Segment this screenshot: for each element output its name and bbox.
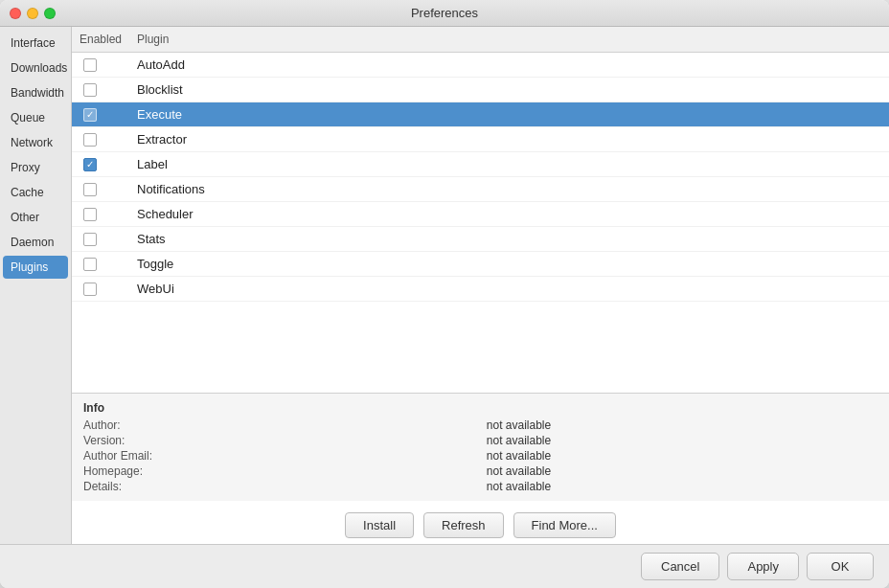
info-panel: Info Author:not availableVersion:not ava… — [72, 393, 889, 501]
plugin-rows-container: AutoAddBlocklistExecuteExtractorLabelNot… — [72, 53, 889, 302]
plugin-name: Label — [137, 157, 168, 171]
info-field-label: Version: — [83, 434, 479, 447]
minimize-button[interactable] — [27, 8, 38, 19]
ok-button[interactable]: OK — [807, 553, 874, 580]
checkbox-webui[interactable] — [83, 283, 97, 296]
info-field-value: not available — [487, 418, 878, 432]
info-field-label: Author: — [83, 418, 479, 432]
main-content: InterfaceDownloadsBandwidthQueueNetworkP… — [0, 27, 889, 544]
install-button[interactable]: Install — [345, 512, 414, 538]
find-more-button[interactable]: Find More... — [513, 512, 616, 538]
plugin-table: Enabled Plugin AutoAddBlocklistExecuteEx… — [72, 27, 889, 393]
table-row[interactable]: AutoAdd — [72, 53, 889, 78]
cancel-button[interactable]: Cancel — [641, 553, 719, 580]
checkbox-blocklist[interactable] — [83, 83, 97, 97]
info-field-value: not available — [487, 480, 878, 493]
close-button[interactable] — [10, 8, 21, 19]
plugin-name: Notifications — [137, 182, 205, 196]
table-row[interactable]: Extractor — [72, 127, 889, 152]
preferences-window: Preferences InterfaceDownloadsBandwidthQ… — [0, 0, 889, 588]
table-row[interactable]: Toggle — [72, 252, 889, 277]
plugin-name: WebUi — [137, 282, 174, 296]
maximize-button[interactable] — [44, 8, 56, 19]
sidebar-item-queue[interactable]: Queue — [3, 106, 68, 129]
sidebar-item-proxy[interactable]: Proxy — [3, 156, 68, 179]
sidebar-item-network[interactable]: Network — [3, 131, 68, 154]
plugin-name: Blocklist — [137, 82, 183, 97]
checkbox-stats[interactable] — [83, 233, 97, 246]
plugin-name: Toggle — [137, 257, 173, 271]
header-enabled: Enabled — [80, 33, 137, 46]
install-buttons: Install Refresh Find More... — [72, 501, 889, 544]
refresh-button[interactable]: Refresh — [423, 512, 504, 538]
checkbox-extractor[interactable] — [83, 133, 97, 147]
info-field-label: Details: — [83, 480, 479, 493]
sidebar: InterfaceDownloadsBandwidthQueueNetworkP… — [0, 27, 72, 544]
sidebar-item-plugins[interactable]: Plugins — [3, 256, 68, 279]
table-row[interactable]: Stats — [72, 227, 889, 252]
sidebar-item-cache[interactable]: Cache — [3, 181, 68, 204]
checkbox-toggle[interactable] — [83, 258, 97, 271]
info-title: Info — [83, 401, 878, 415]
info-field-label: Homepage: — [83, 464, 479, 478]
checkbox-execute[interactable] — [83, 108, 97, 122]
bottom-bar: Cancel Apply OK — [0, 544, 889, 588]
table-row[interactable]: WebUi — [72, 277, 889, 302]
table-row[interactable]: Blocklist — [72, 78, 889, 102]
window-title: Preferences — [411, 6, 478, 20]
info-field-value: not available — [487, 434, 878, 447]
header-plugin: Plugin — [137, 33, 881, 46]
table-row[interactable]: Scheduler — [72, 202, 889, 227]
sidebar-item-bandwidth[interactable]: Bandwidth — [3, 81, 68, 104]
info-field-label: Author Email: — [83, 449, 479, 463]
traffic-lights — [10, 8, 56, 19]
info-grid: Author:not availableVersion:not availabl… — [83, 418, 878, 493]
checkbox-notifications[interactable] — [83, 183, 97, 196]
table-row[interactable]: Notifications — [72, 177, 889, 202]
sidebar-item-other[interactable]: Other — [3, 206, 68, 229]
plugin-name: Stats — [137, 232, 166, 246]
apply-button[interactable]: Apply — [727, 553, 799, 580]
plugin-name: Extractor — [137, 132, 187, 147]
sidebar-item-interface[interactable]: Interface — [3, 32, 68, 55]
plugin-name: AutoAdd — [137, 57, 185, 72]
info-field-value: not available — [487, 464, 878, 478]
plugin-name: Execute — [137, 107, 182, 122]
sidebar-item-daemon[interactable]: Daemon — [3, 231, 68, 254]
table-row[interactable]: Execute — [72, 102, 889, 127]
table-header: Enabled Plugin — [72, 27, 889, 53]
table-row[interactable]: Label — [72, 152, 889, 177]
titlebar: Preferences — [0, 0, 889, 27]
info-field-value: not available — [487, 449, 878, 463]
sidebar-item-downloads[interactable]: Downloads — [3, 57, 68, 79]
checkbox-autoadd[interactable] — [83, 58, 97, 72]
checkbox-scheduler[interactable] — [83, 208, 97, 221]
content-wrapper: Enabled Plugin AutoAddBlocklistExecuteEx… — [72, 27, 889, 544]
content-area: Enabled Plugin AutoAddBlocklistExecuteEx… — [72, 27, 889, 544]
checkbox-label[interactable] — [83, 158, 97, 171]
plugin-name: Scheduler — [137, 207, 194, 221]
